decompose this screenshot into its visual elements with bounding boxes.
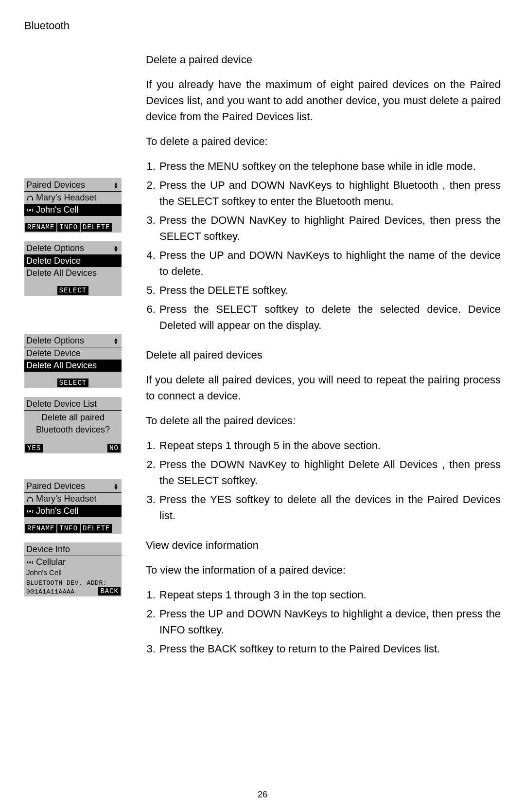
updown-icon: ▲▼ — [113, 483, 119, 490]
softkey-rename: RENAME — [25, 223, 56, 232]
cellular-icon — [26, 507, 34, 515]
lcd-device-info: Device Info Cellular John's Cell BLUETOO… — [24, 542, 122, 596]
section-lead: To delete all the paired devices: — [146, 413, 501, 429]
bt-addr-label: BLUETOOTH DEV. ADDR: — [24, 579, 122, 587]
step: Press the YES softkey to delete all the … — [158, 491, 501, 523]
lcd-title-text: Device Info — [26, 544, 70, 555]
section-intro: If you already have the maximum of eight… — [146, 76, 501, 125]
lcd-item: Mary's Headset — [36, 494, 96, 504]
updown-icon: ▲▼ — [113, 338, 119, 344]
svg-rect-3 — [27, 500, 28, 502]
lcd-item: Delete Device — [26, 256, 81, 266]
step: Press the SELECT softkey to delete the s… — [158, 301, 501, 333]
section3-steps: Repeat steps 1 through 3 in the top sect… — [146, 587, 501, 657]
svg-point-2 — [29, 209, 31, 211]
lcd-item: Mary's Headset — [36, 193, 96, 203]
updown-icon: ▲▼ — [113, 182, 119, 189]
softkey-delete: DELETE — [81, 524, 112, 533]
cellular-icon — [26, 206, 34, 214]
lcd-paired-devices-2: Paired Devices ▲▼ Mary's Headset John's … — [24, 479, 122, 534]
step: Repeat steps 1 through 3 in the top sect… — [158, 587, 501, 603]
svg-rect-1 — [32, 198, 33, 200]
softkey-rename: RENAME — [25, 524, 56, 533]
lcd-delete-options-2: Delete Options ▲▼ Delete Device Delete A… — [24, 334, 122, 388]
section-title: Delete all paired devices — [146, 347, 501, 363]
main-content: Delete a paired device If you already ha… — [146, 52, 501, 670]
section2-steps: Repeat steps 1 through 5 in the above se… — [146, 437, 501, 523]
sidebar-screens: Paired Devices ▲▼ Mary's Headset John's … — [24, 52, 126, 670]
step: Press the DOWN NavKey to highlight Paire… — [158, 212, 501, 244]
softkey-yes: YES — [25, 444, 43, 452]
lcd-title-text: Paired Devices — [26, 481, 85, 491]
lcd-delete-options-1: Delete Options ▲▼ Delete Device Delete A… — [24, 241, 122, 296]
lcd-paired-devices: Paired Devices ▲▼ Mary's Headset John's … — [24, 178, 122, 233]
softkey-info: INFO — [57, 223, 80, 232]
section-lead: To delete a paired device: — [146, 133, 501, 149]
step: Press the UP and DOWN NavKeys to highlig… — [158, 247, 501, 279]
softkey-select: SELECT — [57, 379, 88, 387]
bt-addr: 001A1A11AAAA — [24, 588, 77, 595]
svg-rect-0 — [27, 198, 28, 200]
section-title: Delete a paired device — [146, 52, 501, 68]
page-header: Bluetooth — [24, 19, 501, 32]
lcd-confirm-delete-all: Delete Device List Delete all paired Blu… — [24, 397, 122, 453]
lcd-message-line: Bluetooth devices? — [24, 425, 122, 437]
svg-rect-4 — [32, 500, 33, 502]
section-title: View device information — [146, 537, 501, 553]
lcd-item: Delete Device — [26, 348, 81, 359]
section1-steps: Press the MENU softkey on the telephone … — [146, 158, 501, 333]
lcd-title-text: Delete Device List — [26, 399, 97, 409]
lcd-item: John's Cell — [36, 506, 78, 516]
softkey-info: INFO — [57, 524, 80, 533]
page-layout: Paired Devices ▲▼ Mary's Headset John's … — [24, 52, 501, 670]
headset-icon — [26, 495, 34, 503]
step: Press the DOWN NavKey to highlight Delet… — [158, 456, 501, 488]
step: Press the UP and DOWN NavKeys to highlig… — [158, 177, 501, 209]
cellular-icon — [26, 559, 34, 566]
device-name: John's Cell — [24, 568, 122, 577]
updown-icon: ▲▼ — [113, 245, 119, 252]
lcd-title-text: Delete Options — [26, 243, 84, 253]
lcd-title-text: Paired Devices — [26, 180, 85, 190]
page-number: 26 — [0, 790, 525, 800]
section-intro: If you delete all paired devices, you wi… — [146, 372, 501, 404]
lcd-item: Delete All Devices — [26, 361, 97, 371]
step: Press the DELETE softkey. — [158, 282, 501, 298]
headset-icon — [26, 194, 34, 202]
lcd-item: Delete All Devices — [26, 268, 97, 278]
section-lead: To view the information of a paired devi… — [146, 562, 501, 578]
lcd-item: John's Cell — [36, 205, 78, 215]
softkey-select: SELECT — [57, 286, 88, 295]
step: Press the UP and DOWN NavKeys to highlig… — [158, 606, 501, 638]
lcd-title-text: Delete Options — [26, 336, 84, 346]
step: Press the MENU softkey on the telephone … — [158, 158, 501, 174]
step: Repeat steps 1 through 5 in the above se… — [158, 437, 501, 453]
softkey-no: NO — [107, 444, 121, 452]
lcd-message-line: Delete all paired — [24, 411, 122, 425]
svg-point-5 — [29, 510, 31, 512]
softkey-back: BACK — [98, 587, 121, 595]
step: Press the BACK softkey to return to the … — [158, 641, 501, 657]
softkey-delete: DELETE — [81, 223, 112, 232]
svg-point-6 — [29, 561, 31, 563]
device-type: Cellular — [36, 557, 66, 567]
